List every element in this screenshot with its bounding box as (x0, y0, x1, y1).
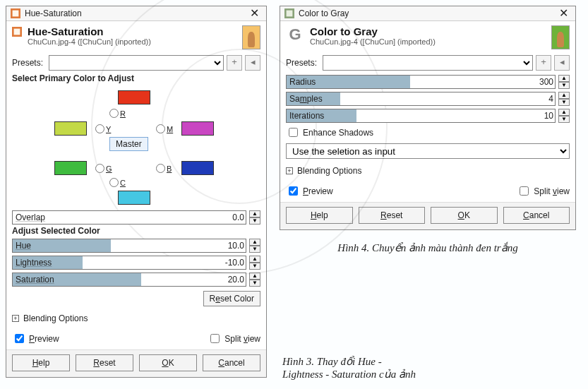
blending-expander[interactable]: + (286, 167, 293, 174)
blending-label: Blending Options (297, 166, 361, 176)
lightness-slider[interactable]: Lightness -10.0 (12, 256, 246, 270)
hue-value: 10.0 (228, 241, 246, 251)
add-preset-button[interactable]: + (227, 55, 242, 71)
swatch-cyan[interactable] (118, 191, 150, 205)
gegl-logo: G (286, 25, 304, 44)
preview-thumbnail (242, 25, 260, 49)
ok-button[interactable]: OK (139, 354, 197, 371)
gray-icon (284, 8, 294, 18)
adjust-selected-label: Adjust Selected Color (6, 226, 266, 237)
radio-magenta[interactable]: M (156, 124, 173, 133)
samples-label: Samples (287, 94, 323, 104)
preview-thumbnail (551, 25, 570, 49)
radio-green[interactable]: G (95, 164, 112, 173)
preview-checkbox[interactable]: Preview (12, 332, 59, 345)
swatch-blue[interactable] (181, 161, 214, 175)
manage-preset-button[interactable]: ◂ (245, 55, 260, 71)
reset-color-button[interactable]: Reset Color (203, 291, 260, 306)
reset-button[interactable]: Reset (359, 207, 426, 224)
reset-button[interactable]: Reset (76, 354, 133, 371)
input-source-select[interactable]: Use the seletion as input (286, 143, 570, 159)
svg-rect-3 (14, 29, 20, 35)
hue-icon (11, 8, 20, 18)
samples-slider[interactable]: Samples 4 (286, 92, 556, 106)
radio-blue[interactable]: B (156, 164, 172, 173)
presets-label: Presets: (12, 58, 46, 68)
titlebar: Hue-Saturation ✕ (6, 6, 266, 21)
swatch-red[interactable] (118, 90, 150, 104)
samples-value: 4 (548, 94, 555, 104)
iterations-slider[interactable]: Iterations 10 (286, 109, 556, 123)
radius-label: Radius (287, 77, 316, 87)
saturation-spinner[interactable]: ▲▼ (249, 273, 260, 287)
ok-button[interactable]: OK (431, 207, 498, 224)
samples-spinner[interactable]: ▲▼ (558, 92, 570, 106)
radio-cyan[interactable]: C (109, 178, 126, 187)
saturation-label: Saturation (13, 275, 54, 285)
radius-spinner[interactable]: ▲▼ (558, 75, 570, 89)
cancel-button[interactable]: Cancel (203, 354, 260, 371)
swatch-green[interactable] (54, 161, 87, 175)
hue-header-icon (12, 27, 22, 37)
overlap-slider[interactable]: Overlap 0.0 (12, 210, 246, 225)
hue-label: Hue (13, 241, 31, 251)
header-title: Color to Gray (310, 25, 546, 37)
caption-fig4: Hình 4. Chuyển ảnh màu thành đen trắng (280, 239, 576, 257)
iterations-label: Iterations (287, 111, 324, 121)
window-title: Color to Gray (299, 8, 349, 18)
iterations-value: 10 (544, 111, 555, 121)
swatch-magenta[interactable] (181, 121, 214, 136)
radio-yellow[interactable]: Y (95, 124, 111, 133)
svg-rect-1 (13, 11, 19, 17)
preview-checkbox[interactable]: Preview (286, 184, 333, 198)
header-subtitle: ChuCun.jpg-4 ([ChuCun] (inported)) (28, 37, 236, 46)
blending-expander[interactable]: + (12, 315, 19, 322)
swatch-yellow[interactable] (54, 121, 87, 136)
hue-spinner[interactable]: ▲▼ (249, 239, 260, 253)
lightness-value: -10.0 (225, 258, 246, 268)
iterations-spinner[interactable]: ▲▼ (558, 109, 570, 123)
overlap-label: Overlap (13, 213, 45, 222)
saturation-value: 20.0 (228, 275, 246, 285)
radius-slider[interactable]: Radius 300 (286, 75, 556, 89)
master-button[interactable]: Master (109, 137, 148, 151)
close-button[interactable]: ✕ (556, 8, 571, 18)
svg-rect-5 (287, 11, 293, 17)
presets-label: Presets: (286, 58, 320, 68)
lightness-label: Lightness (13, 258, 52, 268)
lightness-spinner[interactable]: ▲▼ (249, 256, 260, 270)
presets-select[interactable] (49, 55, 224, 71)
manage-preset-button[interactable]: ◂ (554, 55, 570, 71)
close-button[interactable]: ✕ (247, 8, 262, 18)
blending-label: Blending Options (23, 313, 88, 323)
caption-fig3: Hình 3. Thay đổi Hue - Lightness - Satur… (280, 352, 576, 383)
overlap-value: 0.0 (232, 213, 246, 222)
select-primary-label: Select Primary Color to Adjust (6, 73, 266, 85)
header-subtitle: ChuCun.jpg-4 ([ChuCun] (imported)) (310, 37, 546, 46)
split-view-checkbox[interactable]: Split view (208, 332, 260, 345)
help-button[interactable]: Help (12, 354, 70, 371)
color-wheel: R M B C G Y Master (12, 88, 260, 208)
window-title: Hue-Saturation (25, 8, 82, 18)
titlebar: Color to Gray ✕ (280, 6, 575, 21)
header-title: Hue-Saturation (28, 25, 236, 37)
add-preset-button[interactable]: + (536, 55, 551, 71)
split-view-checkbox[interactable]: Split view (517, 184, 570, 198)
hue-saturation-dialog: Hue-Saturation ✕ Hue-Saturation ChuCun.j… (6, 6, 267, 378)
help-button[interactable]: Help (286, 207, 353, 224)
radius-value: 300 (539, 77, 555, 87)
cancel-button[interactable]: Cancel (503, 207, 570, 224)
saturation-slider[interactable]: Saturation 20.0 (12, 273, 246, 287)
overlap-spinner[interactable]: ▲▼ (249, 210, 260, 225)
radio-red[interactable]: R (109, 109, 126, 118)
hue-slider[interactable]: Hue 10.0 (12, 239, 246, 253)
enhance-shadows-checkbox[interactable]: Enhance Shadows (286, 126, 373, 139)
presets-select[interactable] (323, 55, 533, 71)
color-to-gray-dialog: Color to Gray ✕ G Color to Gray ChuCun.j… (280, 6, 576, 230)
